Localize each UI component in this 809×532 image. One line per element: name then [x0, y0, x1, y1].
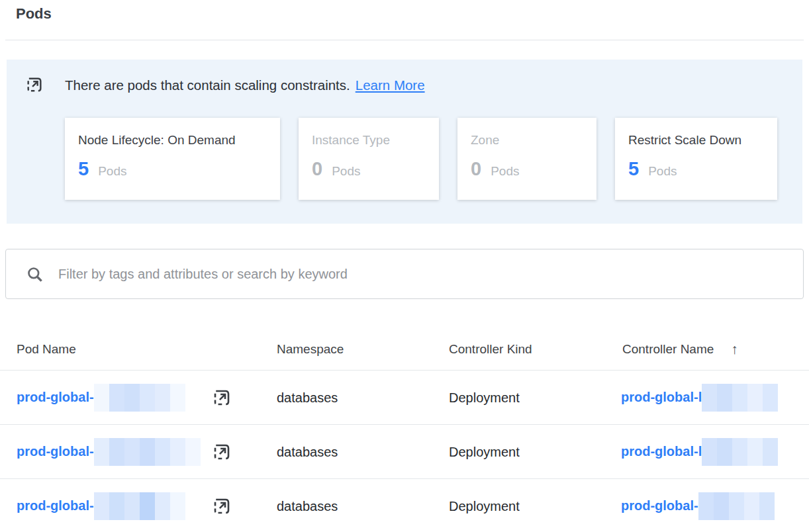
redacted-controller-name — [698, 492, 775, 520]
scaling-constraints-banner: There are pods that contain scaling cons… — [7, 60, 802, 224]
banner-message: There are pods that contain scaling cons… — [65, 77, 425, 93]
table-row: prod-global- databases Deployment prod-g… — [0, 425, 809, 479]
card-count: 0 — [312, 159, 322, 179]
controller-kind-cell: Deployment — [449, 444, 520, 459]
table-row: prod-global- databases Deployment prod-g… — [0, 479, 809, 532]
constraint-card[interactable]: Node Lifecycle: On Demand 5 Pods — [65, 118, 280, 200]
learn-more-link[interactable]: Learn More — [356, 77, 425, 93]
scale-out-icon[interactable] — [212, 442, 232, 462]
card-unit: Pods — [98, 164, 126, 179]
pod-name-cell: prod-global- — [17, 492, 185, 520]
redacted-controller-name — [702, 384, 778, 412]
page-title: Pods — [16, 5, 52, 22]
table-row: prod-global- databases Deployment prod-g… — [0, 371, 809, 425]
search-input[interactable] — [58, 267, 803, 282]
search-icon — [26, 265, 44, 283]
controller-name-link[interactable]: prod-global-l — [621, 444, 702, 459]
table-body: prod-global- databases Deployment prod-g… — [0, 371, 809, 532]
table-header-row: Pod Name Namespace Controller Kind Contr… — [0, 329, 809, 371]
card-label: Zone — [471, 133, 583, 148]
scale-out-icon[interactable] — [212, 496, 232, 516]
scale-out-icon — [25, 75, 44, 94]
constraint-cards: Node Lifecycle: On Demand 5 Pods Instanc… — [65, 118, 777, 200]
filter-search-box[interactable] — [5, 249, 804, 299]
card-unit: Pods — [648, 164, 677, 179]
namespace-cell: databases — [277, 444, 338, 459]
redacted-pod-name — [94, 438, 201, 466]
card-count-row: 0 Pods — [312, 159, 426, 179]
pod-name-link[interactable]: prod-global- — [17, 390, 94, 405]
card-count: 5 — [78, 159, 89, 179]
pod-name-link[interactable]: prod-global- — [17, 498, 94, 513]
column-header-pod-name[interactable]: Pod Name — [17, 342, 76, 357]
redacted-controller-name — [702, 438, 778, 466]
card-label: Node Lifecycle: On Demand — [78, 133, 267, 148]
constraint-card[interactable]: Zone 0 Pods — [457, 118, 596, 200]
constraint-card[interactable]: Instance Type 0 Pods — [299, 118, 439, 200]
pod-name-cell: prod-global- — [17, 384, 185, 412]
redacted-pod-name — [94, 384, 185, 412]
controller-name-cell: prod-global-l — [621, 438, 778, 466]
title-divider — [5, 40, 804, 40]
controller-kind-cell: Deployment — [449, 498, 520, 513]
namespace-cell: databases — [277, 390, 338, 405]
card-label: Instance Type — [312, 133, 426, 148]
card-unit: Pods — [491, 164, 519, 179]
card-count: 5 — [628, 159, 639, 179]
sort-ascending-icon: ↑ — [731, 341, 738, 357]
redacted-pod-name — [94, 492, 185, 520]
namespace-cell: databases — [277, 498, 338, 513]
card-unit: Pods — [332, 164, 360, 179]
card-count-row: 5 Pods — [78, 159, 267, 179]
pods-page: Pods There are pods that contain scaling… — [0, 0, 809, 532]
constraint-card[interactable]: Restrict Scale Down 5 Pods — [615, 118, 777, 200]
controller-name-label: Controller Name — [622, 342, 714, 357]
scale-out-icon[interactable] — [212, 388, 232, 408]
controller-kind-cell: Deployment — [449, 390, 520, 405]
controller-name-cell: prod-global- — [621, 492, 775, 520]
pods-table: Pod Name Namespace Controller Kind Contr… — [0, 329, 809, 532]
card-count-row: 0 Pods — [471, 159, 583, 179]
column-header-controller-name[interactable]: Controller Name ↑ — [622, 341, 738, 357]
card-label: Restrict Scale Down — [628, 133, 764, 148]
controller-name-link[interactable]: prod-global- — [621, 498, 698, 513]
controller-name-cell: prod-global-l — [621, 384, 778, 412]
banner-message-text: There are pods that contain scaling cons… — [65, 77, 350, 93]
pod-name-link[interactable]: prod-global- — [17, 444, 94, 459]
column-header-controller-kind[interactable]: Controller Kind — [449, 342, 532, 357]
controller-name-link[interactable]: prod-global-l — [621, 390, 702, 405]
card-count-row: 5 Pods — [628, 159, 764, 179]
card-count: 0 — [471, 159, 481, 179]
column-header-namespace[interactable]: Namespace — [277, 342, 344, 357]
pod-name-cell: prod-global- — [17, 438, 201, 466]
